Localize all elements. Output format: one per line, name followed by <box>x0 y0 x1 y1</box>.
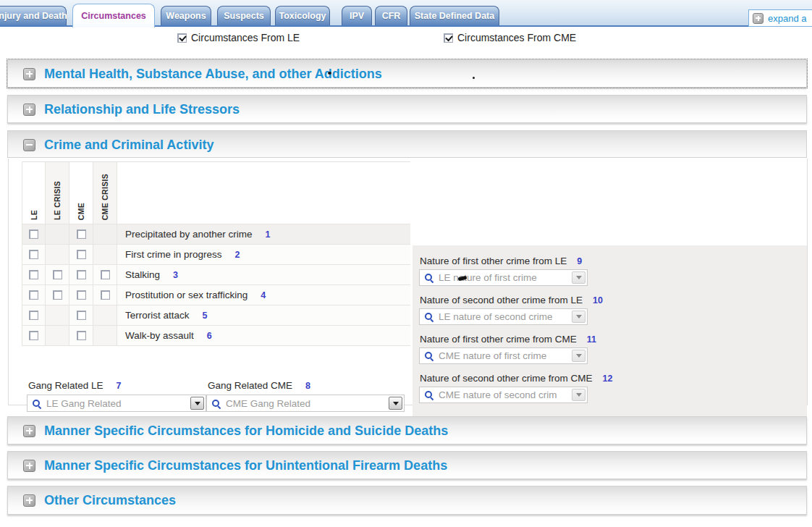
expand-all-button[interactable]: expand a <box>748 9 812 27</box>
cursor-artifact <box>473 77 475 79</box>
cme-checkbox[interactable] <box>77 229 86 239</box>
nature-first-le-label: Nature of first other crime from LE9 <box>420 256 582 266</box>
section-mental-health-header[interactable]: Mental Health, Substance Abuse, and othe… <box>8 60 806 88</box>
le-crisis-cell <box>46 326 69 345</box>
cme-crisis-checkbox[interactable] <box>101 290 110 300</box>
section-crime-activity-header[interactable]: Crime and Criminal Activity <box>8 131 806 159</box>
nature-second-le-label: Nature of second other crime from LE10 <box>420 295 603 305</box>
le-checkbox[interactable] <box>29 270 38 279</box>
table-row: Prostitution or sex trafficking 4 <box>22 285 410 305</box>
gang-related-le-dropdown[interactable]: LE Gang Related <box>27 395 206 412</box>
cme-cell <box>69 285 93 305</box>
cme-crisis-checkbox[interactable] <box>101 270 110 279</box>
row-label-cell: First crime in progress 2 <box>117 245 410 264</box>
section-relationship-stressors: Relationship and Life Stressors <box>7 95 807 123</box>
dropdown-arrow-button[interactable] <box>389 397 402 410</box>
section-manner-homicide-suicide-header[interactable]: Manner Specific Circumstances for Homici… <box>8 417 806 444</box>
le-crisis-cell <box>46 305 69 325</box>
expand-plus-icon[interactable] <box>23 68 35 80</box>
expand-plus-icon[interactable] <box>23 425 35 437</box>
dropdown-arrow-button[interactable] <box>572 389 585 401</box>
nature-first-le-dropdown[interactable]: LE nature of first crime <box>419 269 588 286</box>
le-crisis-cell <box>46 245 69 264</box>
section-other-circumstances: Other Circumstances <box>7 486 807 515</box>
tab-state-defined-data[interactable]: State Defined Data <box>410 6 499 25</box>
tab-weapons[interactable]: Weapons <box>161 6 211 25</box>
le-checkbox[interactable] <box>29 250 38 259</box>
expand-all-plus-icon <box>753 13 764 24</box>
dropdown-arrow-button[interactable] <box>572 311 585 323</box>
tab-injury-and-death[interactable]: njury and Death <box>0 6 67 25</box>
le-cell <box>22 265 46 284</box>
section-manner-unintentional-firearm: Manner Specific Circumstances for Uninte… <box>7 451 807 479</box>
cme-cell <box>69 326 93 345</box>
cme-cell <box>69 265 93 284</box>
dropdown-arrow-button[interactable] <box>572 350 585 362</box>
search-icon <box>211 399 221 408</box>
dropdown-placeholder: CME nature of second crim <box>439 389 557 400</box>
le-crisis-checkbox[interactable] <box>53 290 62 300</box>
dropdown-placeholder: LE nature of second crime <box>439 311 553 322</box>
table-row: Precipitated by another crime 1 <box>22 224 410 245</box>
field-number: 2 <box>235 250 240 260</box>
expand-plus-icon[interactable] <box>23 494 35 507</box>
le-cell <box>22 285 46 305</box>
tab-ipv[interactable]: IPV <box>342 6 372 25</box>
tab-circumstances[interactable]: Circumstances <box>72 4 155 28</box>
circumstances-from-le-label: Circumstances From LE <box>191 32 300 43</box>
column-header-cme-crisis: CME CRISIS <box>93 162 117 224</box>
crime-section-body: LE LE CRISIS CME CME CRISIS Precipitated… <box>8 159 808 405</box>
section-crime-activity: Crime and Criminal Activity LE LE CRISIS… <box>7 130 807 158</box>
cme-checkbox[interactable] <box>77 331 86 340</box>
cme-crisis-cell <box>93 224 117 244</box>
le-crisis-cell <box>46 265 69 284</box>
expand-plus-icon[interactable] <box>23 460 35 472</box>
section-relationship-stressors-header[interactable]: Relationship and Life Stressors <box>8 96 806 123</box>
cme-cell <box>69 245 93 264</box>
le-cell <box>22 305 46 325</box>
le-crisis-checkbox[interactable] <box>53 270 62 279</box>
le-checkbox[interactable] <box>29 331 38 340</box>
nature-second-cme-dropdown[interactable]: CME nature of second crim <box>419 387 588 403</box>
nature-of-crime-panel: Nature of first other crime from LE9 LE … <box>413 245 807 420</box>
le-checkbox[interactable] <box>29 290 38 300</box>
cme-checkbox[interactable] <box>77 270 86 279</box>
tab-toxicology[interactable]: Toxicology <box>275 6 330 25</box>
nature-second-le-dropdown[interactable]: LE nature of second crime <box>419 308 588 325</box>
field-number: 7 <box>117 381 122 391</box>
collapse-minus-icon[interactable] <box>23 139 35 151</box>
cme-checkbox[interactable] <box>77 311 86 320</box>
expand-plus-icon[interactable] <box>23 104 35 116</box>
dropdown-arrow-button[interactable] <box>572 271 585 284</box>
section-other-circumstances-header[interactable]: Other Circumstances <box>8 486 806 514</box>
section-manner-unintentional-firearm-header[interactable]: Manner Specific Circumstances for Uninte… <box>8 452 806 479</box>
le-crisis-cell <box>46 285 69 305</box>
search-icon <box>424 390 434 400</box>
tab-cfr[interactable]: CFR <box>375 6 407 25</box>
gang-related-cme-label: Gang Related CME8 <box>208 380 310 391</box>
cme-crisis-cell <box>93 305 117 325</box>
le-checkbox[interactable] <box>29 229 38 239</box>
field-number: 9 <box>577 256 582 266</box>
cme-checkbox[interactable] <box>77 250 86 259</box>
circumstances-from-cme-filter: Circumstances From CME <box>444 32 576 43</box>
cme-checkbox[interactable] <box>77 290 86 300</box>
le-cell <box>22 326 46 345</box>
cme-crisis-cell <box>93 285 117 305</box>
le-crisis-cell <box>46 224 69 244</box>
tab-suspects[interactable]: Suspects <box>217 6 271 25</box>
nature-first-cme-dropdown[interactable]: CME nature of first crime <box>419 347 588 364</box>
field-number: 4 <box>261 290 266 300</box>
row-label-cell: Stalking 3 <box>117 265 410 284</box>
field-number: 6 <box>207 331 212 341</box>
circumstances-from-cme-checkbox[interactable] <box>444 33 453 43</box>
gang-related-cme-dropdown[interactable]: CME Gang Related <box>206 395 405 412</box>
circumstances-from-le-checkbox[interactable] <box>177 33 187 43</box>
dropdown-arrow-button[interactable] <box>190 397 204 410</box>
cme-cell <box>69 224 93 244</box>
field-number: 12 <box>603 374 613 384</box>
le-checkbox[interactable] <box>29 311 38 320</box>
section-title: Manner Specific Circumstances for Uninte… <box>44 458 447 473</box>
field-number: 5 <box>203 311 208 321</box>
field-number: 10 <box>593 295 603 305</box>
